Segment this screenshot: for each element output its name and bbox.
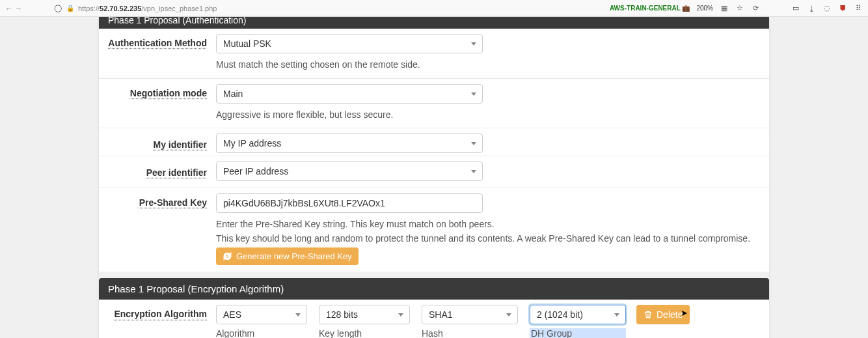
sublabel-algorithm: Algorithm (216, 328, 307, 338)
profile-badge[interactable]: AWS-TRAIN-GENERAL 💼 (610, 5, 690, 12)
form-panel: Phase 1 Proposal (Authentication) Authen… (99, 17, 769, 338)
help-negotiation-mode: Aggressive is more flexible, but less se… (216, 109, 761, 122)
row-peer-identifier: Peer identifier Peer IP address (99, 156, 769, 188)
url-bar[interactable]: https://52.70.52.235/vpn_ipsec_phase1.ph… (78, 5, 217, 12)
zoom-level[interactable]: 200% (696, 5, 713, 12)
briefcase-icon: 💼 (682, 5, 690, 12)
row-psk: Pre-Shared Key pi4KGdU68BJj7kbBsL6XUt8.L… (99, 188, 769, 272)
account-icon[interactable]: ◌ (822, 4, 832, 13)
label-my-identifier: My identifier (154, 139, 207, 150)
select-algorithm[interactable]: AES (216, 305, 307, 324)
help-psk-2: This key should be long and random to pr… (216, 232, 761, 246)
reader-icon[interactable]: ▭ (791, 4, 800, 13)
star-icon[interactable]: ☆ (735, 4, 744, 13)
qr-icon[interactable]: ▦ (720, 4, 729, 13)
sublabel-dhgroup: DH Group (530, 328, 626, 338)
lock-icon: 🔒 (66, 5, 74, 12)
label-encryption-algo: Encryption Algorithm (114, 309, 207, 319)
label-auth-method: Authentication Method (108, 38, 207, 48)
select-peer-identifier[interactable]: Peer IP address (216, 162, 483, 181)
row-my-identifier: My identifier My IP address (99, 128, 769, 156)
browser-toolbar: ← → ◯ 🔒 https://52.70.52.235/vpn_ipsec_p… (0, 0, 868, 17)
select-hash[interactable]: SHA1 (422, 305, 518, 324)
section-header-encryption: Phase 1 Proposal (Encryption Algorithm) (99, 278, 769, 300)
select-my-identifier[interactable]: My IP address (216, 134, 483, 153)
nav-back-icon[interactable]: ← (5, 5, 12, 12)
menu-icon[interactable]: ⠿ (854, 4, 863, 13)
label-peer-identifier: Peer identifier (146, 167, 207, 178)
select-keylength[interactable]: 128 bits (319, 305, 410, 324)
select-dhgroup[interactable]: 2 (1024 bit) (530, 305, 626, 324)
help-psk-1: Enter the Pre-Shared Key string. This ke… (216, 218, 761, 231)
select-auth-method[interactable]: Mutual PSK (216, 34, 483, 53)
refresh-icon (223, 251, 232, 261)
label-psk: Pre-Shared Key (139, 197, 207, 208)
shield-icon: ◯ (53, 4, 62, 13)
sublabel-hash: Hash (422, 328, 518, 338)
row-auth-method: Authentication Method Mutual PSK Must ma… (99, 29, 769, 79)
refresh-icon[interactable]: ⟳ (751, 4, 760, 13)
select-negotiation-mode[interactable]: Main (216, 84, 483, 104)
help-auth-method: Must match the setting chosen on the rem… (216, 59, 761, 72)
input-psk[interactable]: pi4KGdU68BJj7kbBsL6XUt8.LF2VAOx1 (216, 193, 483, 213)
delete-algo-button[interactable]: Delete (636, 305, 690, 324)
trash-icon (644, 310, 653, 319)
generate-psk-button[interactable]: Generate new Pre-Shared Key (216, 247, 359, 265)
row-encryption-algo: Encryption Algorithm AES Algorithm 128 b… (99, 300, 769, 338)
download-icon[interactable]: ⭳ (807, 4, 816, 13)
nav-forward-icon[interactable]: → (15, 5, 22, 12)
label-negotiation-mode: Negotiation mode (130, 88, 207, 98)
ublock-icon[interactable]: ⛊ (838, 4, 847, 13)
section-header-auth: Phase 1 Proposal (Authentication) (99, 17, 769, 29)
sublabel-keylength: Key length (319, 328, 410, 338)
row-negotiation-mode: Negotiation mode Main Aggressive is more… (99, 79, 769, 129)
